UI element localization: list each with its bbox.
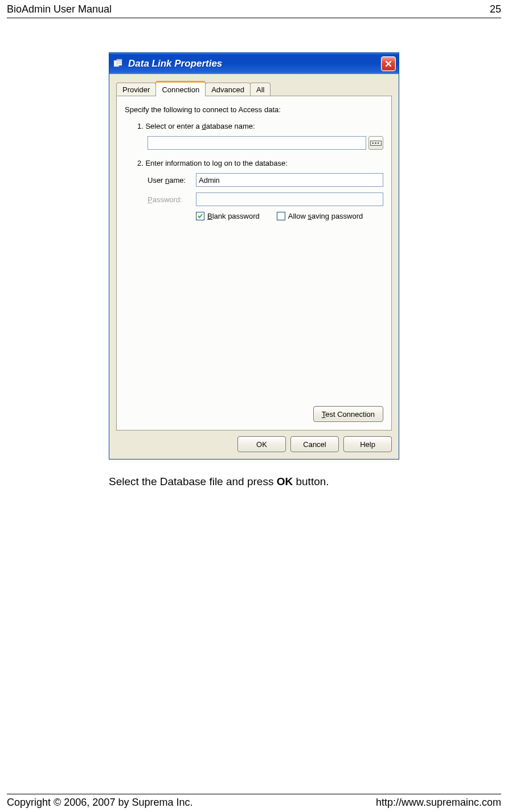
footer-url: http://www.supremainc.com [376,797,501,809]
username-row: User name: [125,173,383,187]
password-label: Password: [148,195,196,204]
allow-saving-checkbox[interactable]: Allow saving password [277,212,363,220]
password-row: Password: [125,192,383,206]
data-link-dialog: Data Link Properties Provider Connection… [109,52,399,460]
titlebar[interactable]: Data Link Properties [109,53,399,74]
tab-panel: Specify the following to connect to Acce… [116,96,392,430]
tab-advanced[interactable]: Advanced [205,83,251,96]
page-header: BioAdmin User Manual 25 [0,0,508,15]
ok-button[interactable]: OK [237,436,286,452]
step1-label: 1. Select or enter a database name: [125,122,383,130]
caption-bold: OK [277,475,293,487]
footer-divider [7,794,501,794]
dialog-title: Data Link Properties [128,58,381,69]
page-number: 25 [490,3,501,15]
dialog-body: Provider Connection Advanced All Specify… [109,74,399,459]
test-button-row: Test Connection [313,406,383,422]
tab-all[interactable]: All [250,83,271,96]
doc-title: BioAdmin User Manual [7,3,112,15]
browse-button[interactable]: ●●● [368,136,383,150]
svg-rect-3 [117,61,121,61]
dialog-buttons: OK Cancel Help [116,430,392,452]
app-icon [113,59,125,68]
tabs: Provider Connection Advanced All [116,80,392,96]
cancel-button[interactable]: Cancel [290,436,339,452]
svg-rect-2 [117,60,121,60]
checkbox-icon [196,212,204,220]
db-input-row: ●●● [125,136,383,150]
tab-connection[interactable]: Connection [155,81,206,96]
help-button[interactable]: Help [343,436,392,452]
svg-rect-5 [117,63,121,64]
database-input[interactable] [148,136,366,150]
page-footer: Copyright © 2006, 2007 by Suprema Inc. h… [7,794,501,809]
blank-password-checkbox[interactable]: Blank password [196,212,260,220]
password-input [196,192,383,206]
svg-rect-4 [117,62,121,63]
test-connection-button[interactable]: Test Connection [313,406,383,422]
copyright-text: Copyright © 2006, 2007 by Suprema Inc. [7,797,192,809]
username-label: User name: [148,176,196,184]
checkbox-row: Blank password Allow saving password [125,212,383,220]
caption-post: button. [293,475,329,487]
allow-saving-label: Allow saving password [288,212,363,220]
step2-label: 2. Enter information to log on to the da… [125,159,383,167]
caption-pre: Select the Database file and press [109,475,277,487]
ellipsis-icon: ●●● [370,141,382,146]
tab-provider[interactable]: Provider [116,83,156,96]
close-button[interactable] [381,56,396,71]
caption-text: Select the Database file and press OK bu… [109,475,399,488]
blank-password-label: Blank password [207,212,260,220]
checkbox-icon [277,212,285,220]
username-input[interactable] [196,173,383,187]
instruction-text: Specify the following to connect to Acce… [125,105,383,114]
